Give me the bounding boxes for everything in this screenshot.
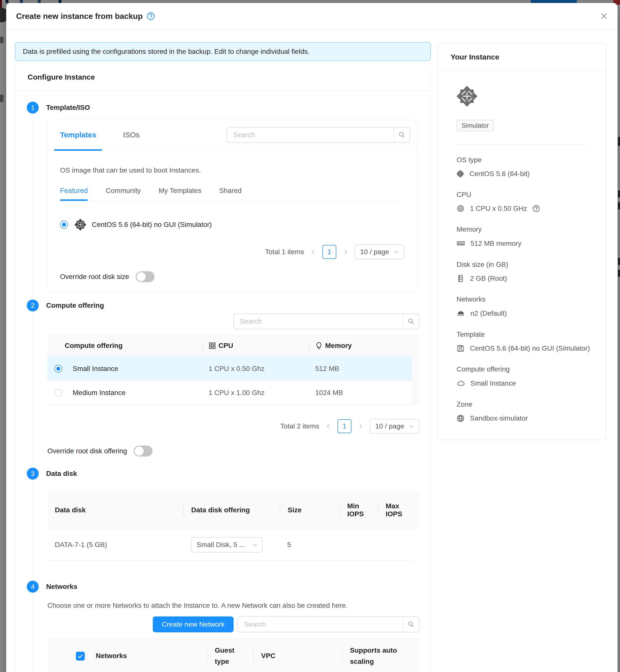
col-data-disk-offering: Data disk offering <box>183 491 280 529</box>
data-disk-table: Data disk Data disk offering Size Min IO… <box>47 491 419 561</box>
offering-name: Medium Instance <box>73 389 125 397</box>
disk-icon <box>457 274 465 282</box>
override-root-disk-offering-row: Override root disk offering <box>47 446 419 457</box>
data-disk-size: 5 <box>280 529 339 560</box>
col-cpu: CPU <box>202 334 309 357</box>
search-icon[interactable] <box>403 617 419 632</box>
override-root-disk-offering-label: Override root disk offering <box>47 447 127 455</box>
network-icon <box>457 309 465 318</box>
offering-cpu: 1 CPU x 1.00 Ghz <box>202 381 309 404</box>
col-compute-offering: Compute offering <box>47 334 202 357</box>
chevron-down-icon <box>409 424 414 429</box>
override-root-disk-offering-toggle[interactable] <box>134 446 153 457</box>
step-data-disk: 3 Data disk <box>27 468 419 479</box>
step-4-badge: 4 <box>27 581 39 592</box>
col-min-iops: Min IOPS <box>339 491 378 529</box>
close-icon[interactable] <box>600 12 608 20</box>
question-circle-icon[interactable] <box>532 205 540 212</box>
centos-icon <box>457 170 464 177</box>
col-networks: Networks <box>47 638 207 672</box>
pagination-total: Total 2 items <box>280 422 319 430</box>
template-description: OS image that can be used to boot Instan… <box>60 166 404 174</box>
pagination-page-1[interactable]: 1 <box>338 419 351 433</box>
globe-icon <box>457 414 465 422</box>
tab-featured[interactable]: Featured <box>60 187 88 201</box>
summary-cpu: CPU 1 CPU x 0.50 GHz <box>457 191 594 212</box>
step-2-label: Compute offering <box>46 302 104 309</box>
page-size-value: 10 / page <box>360 248 389 256</box>
chevron-right-icon[interactable] <box>343 249 348 255</box>
tab-my-templates[interactable]: My Templates <box>159 187 201 201</box>
template-search <box>227 127 410 143</box>
step-1-label: Template/ISO <box>46 104 90 112</box>
col-memory: Memory <box>309 334 419 357</box>
create-new-network-button[interactable]: Create new Network <box>153 616 234 632</box>
template-icon <box>457 345 465 352</box>
table-row-medium-instance[interactable]: Medium Instance 1 CPU x 1.00 Ghz 1024 MB <box>47 381 419 405</box>
data-disk-name: DATA-7-1 (5 GB) <box>47 529 183 560</box>
col-data-disk: Data disk <box>47 491 183 529</box>
data-disk-offering-select[interactable]: Small Disk, 5 ... <box>191 537 263 553</box>
networks-table: Networks Guest type VPC Supports auto sc… <box>47 638 419 672</box>
step-4-label: Networks <box>46 583 78 591</box>
override-root-disk-size-toggle[interactable] <box>136 271 155 282</box>
summary-networks: Networks n2 (Default) <box>457 295 594 318</box>
table-scrollbar[interactable] <box>412 357 419 405</box>
table-row-small-instance[interactable]: Small Instance 1 CPU x 0.50 Ghz 512 MB <box>47 357 419 381</box>
compute-search <box>234 313 419 329</box>
summary-value: CentOS 5.6 (64-bit) <box>469 170 530 178</box>
template-radio[interactable] <box>60 221 68 228</box>
networks-search-input[interactable] <box>238 617 403 632</box>
pagination-total: Total 1 items <box>265 248 304 256</box>
pagination-page-1[interactable]: 1 <box>322 245 336 259</box>
step-3-label: Data disk <box>46 470 77 478</box>
col-max-iops: Max IOPS <box>378 491 419 529</box>
hypervisor-tag: Simulator <box>457 120 494 131</box>
cloud-icon <box>457 379 465 387</box>
tab-isos[interactable]: ISOs <box>117 120 146 150</box>
template-option-label: CentOS 5.6 (64-bit) no GUI (Simulator) <box>92 221 212 228</box>
col-guest-type: Guest type <box>207 638 253 672</box>
networks-search <box>238 616 419 632</box>
divider <box>457 144 587 145</box>
compute-offering-table: Compute offering CPU <box>47 334 419 405</box>
compute-radio-selected[interactable] <box>54 365 62 373</box>
template-option-row[interactable]: CentOS 5.6 (64-bit) no GUI (Simulator) <box>60 219 404 230</box>
select-all-checkbox[interactable] <box>76 652 85 661</box>
your-instance-card: Your Instance Simulator OS type CentOS 5… <box>438 43 606 440</box>
page-size-select[interactable]: 10 / page <box>370 419 419 434</box>
modal-header: Create new instance from backup <box>6 3 618 30</box>
offering-memory: 1024 MB <box>309 381 419 404</box>
tab-templates[interactable]: Templates <box>54 120 102 150</box>
centos-icon <box>74 219 86 230</box>
compute-search-input[interactable] <box>234 314 403 329</box>
override-root-disk-size-row: Override root disk size <box>60 271 404 282</box>
step-3-badge: 3 <box>27 468 39 479</box>
grid-icon <box>209 342 216 349</box>
page-size-select[interactable]: 10 / page <box>355 245 404 259</box>
compute-pagination: Total 2 items 1 10 / page <box>47 419 419 434</box>
create-instance-modal: Create new instance from backup Data is … <box>6 3 618 672</box>
tab-shared[interactable]: Shared <box>219 187 242 201</box>
chevron-right-icon[interactable] <box>358 423 363 429</box>
summary-compute-offering: Compute offering Small Instance <box>457 365 594 387</box>
summary-template: Template CentOS 5.6 (64-bit) no GUI (Sim… <box>457 330 594 352</box>
summary-zone: Zone Sandbox-simulator <box>457 401 594 422</box>
table-row-data-disk: DATA-7-1 (5 GB) Small Disk, 5 ... 5 <box>47 529 419 561</box>
summary-value: n2 (Default) <box>470 309 507 317</box>
compute-radio-unselected[interactable] <box>54 389 62 397</box>
question-circle-icon[interactable] <box>147 12 155 20</box>
tab-community[interactable]: Community <box>106 187 141 201</box>
chevron-left-icon[interactable] <box>310 249 316 255</box>
summary-memory: Memory 512 MB memory <box>457 225 594 248</box>
page-title: Create new instance from backup <box>16 12 143 21</box>
search-icon[interactable] <box>394 127 410 142</box>
search-icon[interactable] <box>403 314 419 329</box>
chevron-left-icon[interactable] <box>326 423 331 429</box>
page-size-value: 10 / page <box>375 422 404 430</box>
centos-logo-icon <box>457 86 477 107</box>
table-scrollbar[interactable] <box>412 529 419 561</box>
summary-os-type: OS type CentOS 5.6 (64-bit) <box>457 156 594 178</box>
bulb-icon <box>315 342 323 349</box>
template-search-input[interactable] <box>227 127 394 142</box>
